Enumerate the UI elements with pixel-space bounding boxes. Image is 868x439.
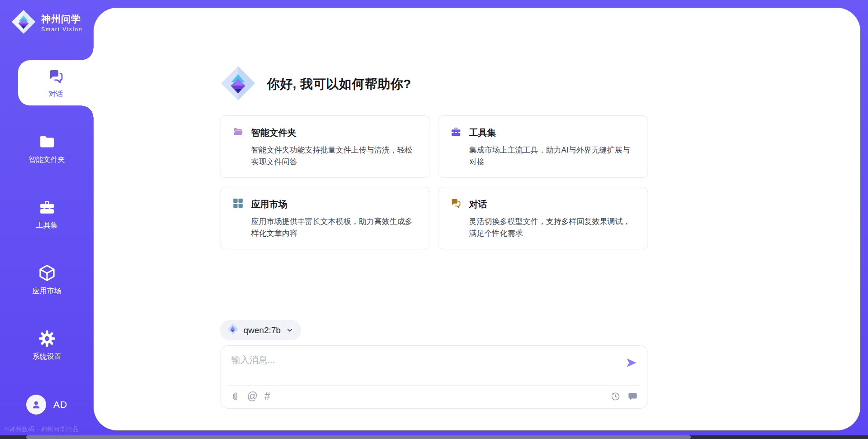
mention-icon[interactable]: @ [247,391,258,401]
copyright-footer: ©神州数码 · 神州问学出品 [5,425,79,434]
card-description: 集成市场上主流工具，助力AI与外界无缝扩展与对接 [469,144,636,167]
folder-open-icon [232,126,244,139]
folder-icon [38,132,56,151]
composer-divider [229,385,640,386]
grid-icon [232,197,244,211]
sidebar-item-label: 智能文件夹 [29,155,65,165]
card-title: 工具集 [469,127,496,139]
sidebar-item-smart-folders[interactable]: 智能文件夹 [0,126,94,171]
sidebar-item-toolset[interactable]: 工具集 [0,191,94,237]
brand: 神州问学 Smart Vision [11,9,83,36]
sidebar-item-settings[interactable]: 系统设置 [0,323,94,368]
greeting-title: 你好, 我可以如何帮助你? [267,76,411,93]
feature-cards: 智能文件夹 智能文件夹功能支持批量文件上传与清洗，轻松实现文件问答 [220,115,648,249]
brand-subtitle: Smart Vision [41,26,83,33]
main-content: 你好, 我可以如何帮助你? 智能文件夹 智能文件夹功能支持批量文件上传与清洗，轻… [220,66,648,409]
app-window: 神州问学 Smart Vision 对话 [0,0,868,439]
feedback-button[interactable] [628,391,638,401]
sidebar-item-label: 系统设置 [33,352,61,362]
avatar [26,395,46,415]
cube-icon [38,263,57,282]
card-app-market[interactable]: 应用市场 应用市场提供丰富长文本模板，助力高效生成多样化文章内容 [220,187,430,249]
card-description: 应用市场提供丰富长文本模板，助力高效生成多样化文章内容 [251,216,418,239]
chat-bubbles-icon [450,197,462,211]
card-description: 灵活切换多模型文件，支持多样回复效果调试，满足个性化需求 [469,216,636,239]
card-chat[interactable]: 对话 灵活切换多模型文件，支持多样回复效果调试，满足个性化需求 [438,187,648,249]
sidebar-item-app-market[interactable]: 应用市场 [0,257,94,302]
message-input[interactable] [231,354,616,380]
user-account[interactable]: AD [0,395,94,415]
brand-diamond-icon [11,9,36,36]
card-title: 智能文件夹 [251,127,297,139]
greeting: 你好, 我可以如何帮助你? [220,66,648,102]
card-head: 应用市场 [232,197,418,211]
scrollbar-thumb[interactable] [26,435,691,439]
composer-tools-right [611,391,638,401]
user-icon [30,399,42,410]
model-name: qwen2:7b [244,325,281,335]
attach-icon [231,391,241,401]
toolbox-icon [38,198,56,217]
sidebar: 神州问学 Smart Vision 对话 [0,0,94,439]
card-head: 智能文件夹 [232,126,418,139]
card-title: 对话 [469,198,487,210]
send-button[interactable] [626,357,638,369]
card-head: 对话 [450,197,636,211]
message-composer: @ # [220,345,648,409]
attach-button[interactable] [231,391,241,401]
assistant-diamond-icon [220,65,256,103]
sidebar-item-chat[interactable]: 对话 [18,60,94,105]
card-title: 应用市场 [251,198,288,210]
card-description: 智能文件夹功能支持批量文件上传与清洗，轻松实现文件问答 [251,144,418,167]
sidebar-item-label: 应用市场 [33,286,61,296]
user-initials: AD [53,399,67,410]
brand-text: 神州问学 Smart Vision [41,13,83,33]
horizontal-scrollbar[interactable] [0,435,868,439]
sidebar-item-label: 工具集 [36,221,58,230]
chevron-down-icon [287,327,293,334]
card-smart-folders[interactable]: 智能文件夹 智能文件夹功能支持批量文件上传与清洗，轻松实现文件问答 [220,115,430,178]
brand-diamond-icon [227,323,239,337]
brand-name: 神州问学 [41,13,83,25]
sidebar-item-label: 对话 [49,90,63,99]
model-selector[interactable]: qwen2:7b [220,320,302,340]
chat-icon [47,67,65,86]
history-button[interactable] [611,391,621,401]
feedback-icon [628,391,638,401]
hash-icon[interactable]: # [264,391,270,401]
card-head: 工具集 [450,126,636,139]
briefcase-icon [450,126,462,139]
composer-tools-left: @ # [231,391,270,401]
gear-icon [38,329,56,348]
history-icon [611,391,621,401]
send-icon [626,357,638,369]
card-toolset[interactable]: 工具集 集成市场上主流工具，助力AI与外界无缝扩展与对接 [438,115,648,178]
